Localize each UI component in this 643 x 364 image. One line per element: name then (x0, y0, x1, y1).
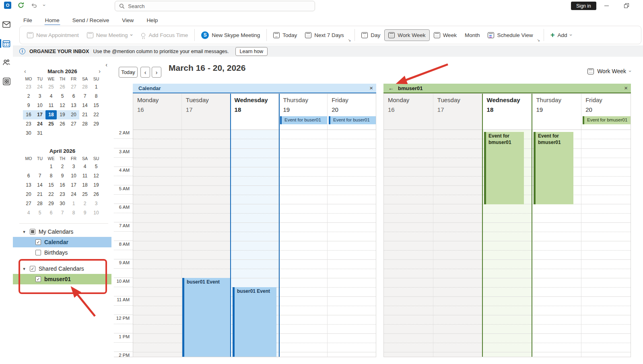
minical-day-cell[interactable]: 7 (79, 92, 91, 101)
minical-day-cell[interactable]: 28 (79, 119, 91, 129)
event-block[interactable]: Event for bmuser01 (534, 132, 573, 204)
sign-in-button[interactable]: Sign in (571, 2, 596, 10)
minical-day-cell[interactable]: 14 (34, 181, 45, 190)
minical-day-cell[interactable]: 25 (79, 190, 91, 199)
day-column-header[interactable]: Monday 16 (133, 94, 181, 130)
minical-day-cell[interactable]: 27 (68, 119, 79, 129)
grid-hour-row[interactable] (133, 241, 376, 259)
minimize-button[interactable] (600, 1, 613, 10)
minical-day-cell[interactable]: 24 (34, 119, 45, 129)
minical-day-cell[interactable]: 13 (23, 181, 34, 190)
minical-day-cell[interactable]: 30 (23, 129, 34, 138)
next-week-button[interactable]: › (152, 67, 161, 78)
undo-icon[interactable] (31, 2, 37, 9)
minical-day-cell[interactable]: 23 (57, 190, 68, 199)
mini-cal-prev-icon[interactable]: ‹ (23, 68, 28, 74)
grid-hour-row[interactable] (133, 259, 376, 278)
calendar-checkbox[interactable] (35, 239, 41, 245)
minical-day-cell[interactable] (45, 129, 57, 138)
close-icon[interactable]: × (369, 84, 373, 91)
minical-day-cell[interactable]: 22 (45, 190, 57, 199)
minical-day-cell[interactable]: 2 (79, 199, 91, 208)
minical-day-cell[interactable]: 8 (91, 92, 102, 101)
send-receive-sync-icon[interactable] (17, 2, 25, 9)
more-apps-nav-button[interactable] (0, 75, 13, 87)
event-block[interactable]: buser01 Event (182, 278, 230, 357)
minical-day-cell[interactable]: 7 (34, 171, 45, 181)
time-grid[interactable]: buser01 Event buser01 Event (133, 130, 376, 357)
mini-cal-next-icon[interactable]: › (97, 68, 102, 74)
calendar-nav-button[interactable] (0, 37, 13, 49)
previous-week-button[interactable]: ‹ (140, 67, 150, 78)
minical-day-cell[interactable]: 7 (57, 208, 68, 218)
minical-day-cell[interactable] (91, 129, 102, 138)
calendar-pane-header[interactable]: ← bmuser01 × (383, 84, 631, 93)
customize-quick-access-icon[interactable]: › (42, 4, 47, 6)
minical-day-cell[interactable]: 18 (45, 110, 57, 119)
minical-day-cell[interactable]: 1 (45, 162, 57, 171)
minical-day-cell[interactable]: 26 (57, 119, 68, 129)
minical-day-cell[interactable]: 10 (91, 208, 102, 218)
grid-hour-row[interactable] (384, 296, 631, 315)
day-column-header[interactable]: Thursday 19 (532, 94, 581, 130)
minical-day-cell[interactable]: 24 (68, 190, 79, 199)
schedule-view-button[interactable]: Schedule View (484, 29, 537, 41)
week-view-button[interactable]: Week (430, 29, 461, 41)
minical-day-cell[interactable]: 20 (23, 190, 34, 199)
all-day-event[interactable]: Event for bmuser01 (583, 116, 631, 124)
minical-day-cell[interactable]: 9 (79, 208, 91, 218)
minical-day-cell[interactable]: 27 (23, 199, 34, 208)
all-day-event[interactable]: Event for buser01 (329, 116, 376, 124)
minical-day-cell[interactable]: 12 (57, 101, 68, 110)
minical-day-cell[interactable]: 3 (91, 199, 102, 208)
minical-day-cell[interactable]: 24 (34, 82, 45, 92)
minical-day-cell[interactable]: 29 (45, 199, 57, 208)
calendar-item[interactable]: Calendar (13, 237, 111, 247)
month-view-button[interactable]: Month (461, 29, 484, 41)
minical-day-cell[interactable]: 26 (57, 82, 68, 92)
new-appointment-button[interactable]: New Appointment (23, 29, 83, 41)
restore-button[interactable] (620, 1, 633, 10)
minical-day-cell[interactable]: 25 (45, 82, 57, 92)
grid-hour-row[interactable] (384, 204, 631, 222)
add-focus-time-button[interactable]: Add Focus Time (136, 29, 192, 41)
new-skype-meeting-button[interactable]: S New Skype Meeting (197, 29, 264, 42)
day-column-header[interactable]: Wednesday 18 (482, 94, 532, 130)
grid-hour-row[interactable] (133, 204, 376, 222)
arrangement-dialog-launcher-icon[interactable]: ↘ (537, 38, 540, 42)
minical-day-cell[interactable]: 28 (79, 82, 91, 92)
add-calendar-button[interactable]: + Add › (546, 29, 576, 41)
minical-day-cell[interactable]: 2 (57, 162, 68, 171)
minical-day-cell[interactable]: 31 (34, 129, 45, 138)
minical-day-cell[interactable]: 17 (34, 110, 45, 119)
minical-day-cell[interactable]: 12 (91, 171, 102, 181)
ribbon-tab[interactable]: Help (146, 16, 159, 25)
day-column-header[interactable]: Tuesday 17 (181, 94, 230, 130)
learn-how-button[interactable]: Learn how (235, 47, 268, 56)
day-column-header[interactable]: Tuesday 17 (433, 94, 482, 130)
minical-day-cell[interactable]: 11 (79, 171, 91, 181)
chevron-down-icon[interactable]: ▾ (22, 229, 27, 234)
grid-hour-row[interactable] (133, 167, 376, 185)
new-meeting-button[interactable]: New Meeting › (83, 29, 136, 41)
view-selector[interactable]: Work Week › (587, 68, 631, 74)
minical-day-cell[interactable]: 16 (57, 181, 68, 190)
all-day-event[interactable]: Event for buser01 (280, 116, 327, 124)
minical-day-cell[interactable]: 8 (45, 171, 57, 181)
minical-day-cell[interactable]: 11 (45, 101, 57, 110)
minical-day-cell[interactable]: 5 (57, 92, 68, 101)
minical-day-cell[interactable]: 23 (23, 119, 34, 129)
minical-day-cell[interactable] (34, 162, 45, 171)
today-nav-button[interactable]: Today (119, 67, 138, 78)
minical-day-cell[interactable]: 15 (91, 101, 102, 110)
search-box[interactable] (115, 1, 315, 11)
minical-day-cell[interactable] (57, 129, 68, 138)
event-block[interactable]: buser01 Event (233, 287, 276, 357)
time-grid[interactable]: Event for bmuser01 Event for bmuser01 (384, 130, 631, 357)
minical-day-cell[interactable]: 2 (23, 92, 34, 101)
minical-day-cell[interactable]: 5 (34, 208, 45, 218)
minical-day-cell[interactable]: 29 (91, 119, 102, 129)
minical-day-cell[interactable]: 25 (45, 119, 57, 129)
minical-day-cell[interactable]: 19 (57, 110, 68, 119)
minical-day-cell[interactable]: 13 (68, 101, 79, 110)
